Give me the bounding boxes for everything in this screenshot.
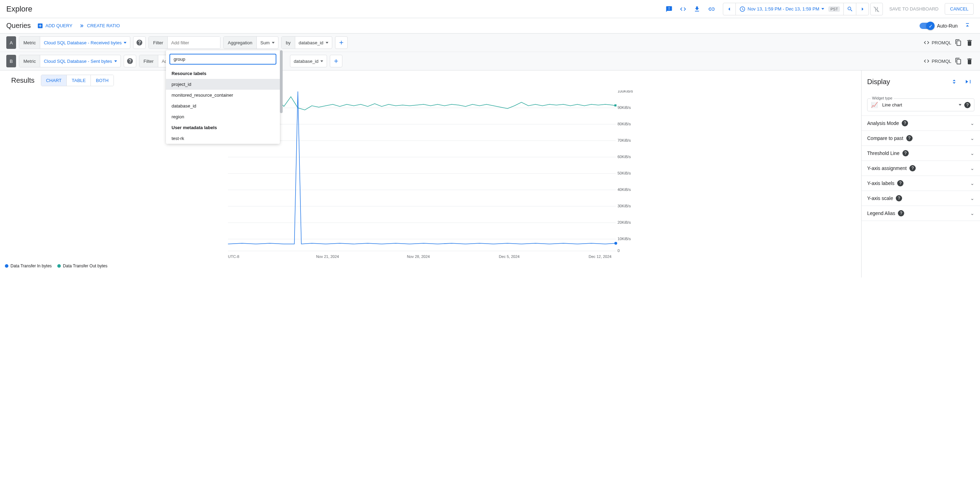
by-selector-b[interactable]: database_id [290, 59, 327, 64]
svg-text:70KiB/s: 70KiB/s [618, 138, 631, 143]
accordion-legend-alias[interactable]: Legend Alias?⌄ [862, 206, 980, 221]
svg-text:90KiB/s: 90KiB/s [618, 105, 631, 109]
add-group-b[interactable] [330, 55, 342, 67]
by-label-a: by [282, 36, 295, 49]
timezone-badge: PST [828, 6, 840, 12]
widget-type-label: Widget type [871, 96, 894, 100]
accordion-compare-past[interactable]: Compare to past?⌄ [862, 130, 980, 146]
accordion-analysis-mode[interactable]: Analysis Mode?⌄ [862, 116, 980, 130]
accordion-yaxis-labels[interactable]: Y-axis labels?⌄ [862, 176, 980, 190]
copy-query-a[interactable] [954, 38, 963, 47]
add-group-a[interactable] [335, 36, 348, 49]
filter-item-region[interactable]: region [166, 111, 280, 122]
time-next-button[interactable] [856, 3, 869, 15]
create-ratio-button[interactable]: CREATE RATIO [79, 23, 120, 29]
svg-text:Dec 12, 2024: Dec 12, 2024 [589, 254, 611, 258]
svg-rect-26 [614, 105, 617, 106]
svg-text:Nov 28, 2024: Nov 28, 2024 [407, 254, 430, 258]
svg-text:Nov 21, 2024: Nov 21, 2024 [316, 254, 339, 258]
svg-text:60KiB/s: 60KiB/s [618, 155, 631, 159]
filter-dropdown: group Resource labels project_id monitor… [166, 50, 280, 144]
embed-icon[interactable] [677, 3, 689, 15]
svg-text:50KiB/s: 50KiB/s [618, 171, 631, 175]
legend-out-bytes: Data Transfer Out bytes [57, 263, 107, 268]
svg-point-27 [614, 242, 617, 245]
tab-chart[interactable]: CHART [41, 75, 67, 86]
metric-label: Metric [19, 36, 40, 49]
results-title: Results [11, 76, 35, 84]
tab-table[interactable]: TABLE [66, 75, 91, 86]
promql-button-b[interactable]: PROMQL [923, 58, 951, 64]
filter-section-user-metadata: User metadata labels [166, 122, 280, 133]
autorun-toggle[interactable]: ✓ [920, 23, 934, 29]
metric-selector-a[interactable]: Cloud SQL Database - Received bytes [40, 40, 130, 45]
svg-text:80KiB/s: 80KiB/s [618, 122, 631, 126]
aggregation-label-a: Aggregation [224, 36, 257, 49]
filter-item-project-id[interactable]: project_id [166, 79, 280, 90]
svg-text:10KiB/s: 10KiB/s [618, 237, 631, 241]
filter-label-a: Filter [149, 36, 168, 49]
copy-query-b[interactable] [954, 57, 963, 65]
queries-title: Queries [6, 22, 31, 30]
metric-help-a[interactable] [133, 36, 146, 49]
legend-in-bytes: Data Transfer In bytes [5, 263, 52, 268]
filter-label-b: Filter [139, 55, 158, 67]
aggregation-selector-a[interactable]: Sum [257, 40, 278, 45]
download-icon[interactable] [691, 3, 703, 15]
accordion-yaxis-scale[interactable]: Y-axis scale?⌄ [862, 190, 980, 206]
time-range-picker[interactable]: Nov 13, 1:59 PM - Dec 13, 1:59 PM PST [736, 6, 844, 12]
autorun-label: Auto-Run [937, 23, 958, 29]
page-title: Explore [6, 5, 32, 14]
svg-text:0: 0 [618, 249, 620, 253]
cancel-button[interactable]: CANCEL [945, 3, 974, 15]
display-collapse-icon[interactable] [962, 75, 974, 88]
svg-text:20KiB/s: 20KiB/s [618, 220, 631, 224]
chart: 100KiB/s 90KiB/s 80KiB/s 70KiB/s 60KiB/s… [5, 90, 856, 262]
filter-input-a[interactable] [168, 36, 220, 49]
query-letter-b: B [6, 55, 16, 67]
filter-search-input[interactable]: group [169, 54, 276, 65]
delete-query-a[interactable] [965, 38, 974, 47]
widget-type-selector[interactable]: 📈 Line chart ? [867, 98, 974, 111]
query-letter-a: A [6, 36, 16, 49]
filter-section-resource: Resource labels [166, 68, 280, 79]
svg-text:UTC-8: UTC-8 [228, 254, 239, 258]
accordion-threshold-line[interactable]: Threshold Line?⌄ [862, 146, 980, 160]
filter-item-monitored-resource[interactable]: monitored_resource_container [166, 90, 280, 100]
filter-item-database-id[interactable]: database_id [166, 100, 280, 111]
display-title: Display [867, 78, 890, 86]
metric-help-b[interactable] [124, 55, 136, 67]
svg-text:40KiB/s: 40KiB/s [618, 187, 631, 192]
promql-button-a[interactable]: PROMQL [923, 40, 951, 46]
delete-query-b[interactable] [965, 57, 974, 65]
query-row-a: A Metric Cloud SQL Database - Received b… [0, 33, 980, 52]
add-query-button[interactable]: ADD QUERY [37, 23, 72, 29]
feedback-icon[interactable] [663, 3, 675, 15]
by-selector-a[interactable]: database_id [295, 40, 332, 45]
metric-selector-b[interactable]: Cloud SQL Database - Sent bytes [40, 59, 120, 64]
tab-both[interactable]: BOTH [91, 75, 113, 86]
svg-text:Dec 5, 2024: Dec 5, 2024 [499, 254, 520, 258]
time-prev-button[interactable] [723, 3, 736, 15]
accordion-yaxis-assignment[interactable]: Y-axis assignment?⌄ [862, 160, 980, 176]
widget-help-icon[interactable]: ? [964, 102, 970, 108]
link-icon[interactable] [705, 3, 717, 15]
save-to-dashboard-button[interactable]: SAVE TO DASHBOARD [884, 3, 943, 14]
display-expand-icon[interactable] [948, 75, 961, 88]
svg-text:100KiB/s: 100KiB/s [618, 90, 633, 93]
line-chart-icon: 📈 [871, 101, 880, 108]
svg-text:30KiB/s: 30KiB/s [618, 204, 631, 208]
query-row-b: B Metric Cloud SQL Database - Sent bytes… [0, 52, 980, 70]
compare-disabled-icon [870, 3, 883, 15]
collapse-queries-icon[interactable] [961, 19, 974, 32]
metric-label-b: Metric [19, 55, 40, 67]
filter-item-test-rk[interactable]: test-rk [166, 133, 280, 144]
time-search-button[interactable] [843, 3, 856, 15]
